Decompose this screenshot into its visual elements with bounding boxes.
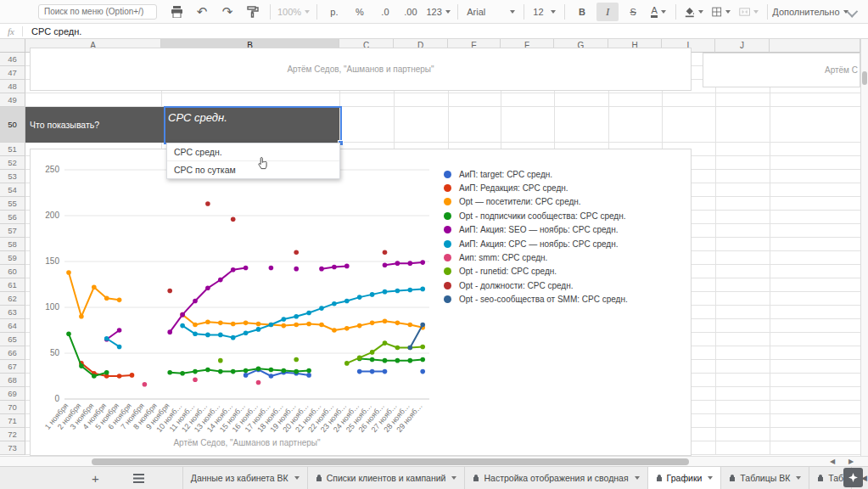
sheet-tab-1[interactable]: Данные из кабинета ВК — [182, 467, 308, 489]
row-header-54[interactable]: 54 — [0, 183, 25, 197]
mouse-cursor-hand — [257, 156, 269, 171]
row-header-51[interactable]: 51 — [0, 143, 25, 156]
row-header-58[interactable]: 58 — [0, 238, 25, 251]
increase-decimals-button[interactable]: .00 — [400, 3, 422, 21]
row-header-72[interactable]: 72 — [0, 428, 25, 441]
strikethrough-button[interactable]: S — [622, 3, 644, 21]
row-header-67[interactable]: 67 — [0, 360, 25, 374]
font-family-select[interactable]: Arial — [464, 3, 518, 21]
zoom-select[interactable]: 100% — [277, 3, 311, 21]
grid-vline — [770, 53, 770, 455]
sheet-tab-5[interactable]: Таблицы ВК — [721, 467, 809, 489]
legend-item: Opt — посетители: CPC средн. — [444, 195, 628, 209]
row-header-66[interactable]: 66 — [0, 346, 25, 360]
row-header-49[interactable]: 49 — [0, 93, 25, 107]
legend-dot-icon — [444, 171, 451, 178]
sheet-tab-bar: + Данные из кабинета ВКСписки клиентов и… — [0, 466, 868, 489]
row-header-70[interactable]: 70 — [0, 401, 25, 414]
explore-button[interactable] — [843, 468, 863, 487]
bold-button[interactable]: B — [571, 3, 593, 21]
toolbar: ↶ ↷ 100% p. % .0 .00 123 Arial 12 B I S … — [0, 0, 868, 24]
vertical-scrollbar[interactable] — [860, 39, 868, 456]
italic-button[interactable]: I — [596, 3, 619, 21]
print-icon[interactable] — [165, 3, 188, 21]
lock-icon — [473, 474, 479, 482]
font-size-select[interactable]: 12 — [530, 3, 558, 21]
decrease-decimals-button[interactable]: .0 — [374, 3, 396, 21]
horizontal-scrollbar[interactable]: ◀ ▶ — [0, 456, 868, 466]
sheet-tab-label: Настройка отображения и сводная — [484, 473, 628, 483]
row-header-55[interactable]: 55 — [0, 197, 25, 211]
collapse-toolbar-icon[interactable] — [847, 6, 859, 18]
vertical-scrollbar-thumb[interactable] — [862, 71, 867, 85]
cpc-line-chart[interactable]: 0501001502002501 ноября2 ноября3 ноября4… — [30, 149, 692, 456]
borders-button[interactable] — [709, 3, 732, 21]
embedded-chart-above[interactable]: Артём Седов, "Ашманов и партнеры" — [30, 48, 692, 91]
row-header-68[interactable]: 68 — [0, 374, 25, 387]
more-menu[interactable]: Дополнительно — [774, 3, 847, 21]
currency-format-button[interactable]: p. — [323, 3, 345, 21]
select-all-corner[interactable] — [0, 39, 25, 53]
tab-menu-icon[interactable] — [294, 476, 300, 480]
all-sheets-menu[interactable] — [133, 467, 144, 489]
row-header-57[interactable]: 57 — [0, 224, 25, 238]
paint-format-icon[interactable] — [242, 3, 264, 21]
row-header-59[interactable]: 59 — [0, 251, 25, 265]
tab-menu-icon[interactable] — [451, 476, 456, 480]
dropdown-option-2[interactable]: CPC по суткам — [167, 160, 339, 178]
legend-item: Opt - seo-сообщества от SMM: CPC средн. — [444, 293, 628, 306]
legend-label: АиП: target: CPC средн. — [459, 170, 552, 179]
legend-dot-icon — [444, 282, 451, 289]
cell-a50[interactable]: Что показывать? — [25, 107, 161, 143]
redo-icon[interactable]: ↷ — [216, 3, 238, 21]
scroll-right-icon[interactable]: ▶ — [848, 457, 854, 466]
fill-color-button[interactable] — [682, 3, 706, 21]
sheet-tab-2[interactable]: Списки клиентов и кампаний — [308, 467, 466, 489]
percent-format-button[interactable]: % — [349, 3, 371, 21]
row-header-63[interactable]: 63 — [0, 306, 25, 319]
embedded-chart-right[interactable]: Артём С — [703, 53, 860, 87]
sheet-tab-label: Таблицы ВК — [740, 473, 790, 483]
data-validation-dropdown: CPC средн.CPC по суткам — [166, 143, 340, 179]
row-header-46[interactable]: 46 — [0, 53, 25, 66]
sheet-tab-4[interactable]: Графики — [648, 467, 722, 489]
row-header-50[interactable]: 50 — [0, 107, 25, 143]
legend-item: АиП: Акция: SEO — ноябрь: CPC средн. — [444, 223, 628, 237]
row-header-56[interactable]: 56 — [0, 211, 25, 224]
row-header-65[interactable]: 65 — [0, 333, 25, 346]
sheet-tab-3[interactable]: Настройка отображения и сводная — [465, 467, 647, 489]
lock-icon — [656, 474, 663, 482]
merge-cells-button[interactable] — [736, 3, 761, 21]
tab-menu-icon[interactable] — [708, 476, 713, 480]
tab-menu-icon[interactable] — [796, 476, 801, 480]
row-header-60[interactable]: 60 — [0, 265, 25, 278]
undo-icon[interactable]: ↶ — [191, 3, 213, 21]
row-header-62[interactable]: 62 — [0, 292, 25, 306]
row-header-52[interactable]: 52 — [0, 156, 25, 170]
horizontal-scrollbar-thumb[interactable] — [92, 458, 689, 465]
row-header-53[interactable]: 53 — [0, 170, 25, 183]
menu-search-input[interactable] — [38, 4, 157, 20]
add-sheet-button[interactable]: + — [92, 467, 99, 489]
dropdown-option-1[interactable]: CPC средн. — [167, 143, 339, 160]
row-header-69[interactable]: 69 — [0, 387, 25, 401]
number-format-menu[interactable]: 123 — [425, 3, 451, 21]
sheet-tab-label: Графики — [667, 473, 703, 483]
legend-label: Opt - подписчики сообщества: CPC средн. — [459, 211, 626, 221]
svg-text:50: 50 — [50, 348, 60, 357]
row-header-73[interactable]: 73 — [0, 441, 25, 455]
row-header-48[interactable]: 48 — [0, 80, 25, 93]
text-color-button[interactable]: A — [647, 3, 669, 21]
tab-menu-icon[interactable] — [635, 476, 640, 480]
legend-label: Opt - seo-сообщества от SMM: CPC средн. — [459, 295, 628, 304]
column-header-J[interactable]: J — [715, 39, 770, 53]
scroll-left-icon[interactable]: ◀ — [830, 457, 835, 466]
column-header-blank[interactable] — [770, 39, 860, 53]
spreadsheet-grid[interactable]: Что показывать? CPC средн. Артём Седов, … — [0, 39, 868, 456]
row-header-71[interactable]: 71 — [0, 414, 25, 428]
row-header-64[interactable]: 64 — [0, 319, 25, 333]
row-header-47[interactable]: 47 — [0, 66, 25, 80]
svg-text:0: 0 — [54, 394, 59, 403]
formula-input[interactable]: CPC средн. — [31, 26, 81, 37]
row-header-61[interactable]: 61 — [0, 278, 25, 292]
